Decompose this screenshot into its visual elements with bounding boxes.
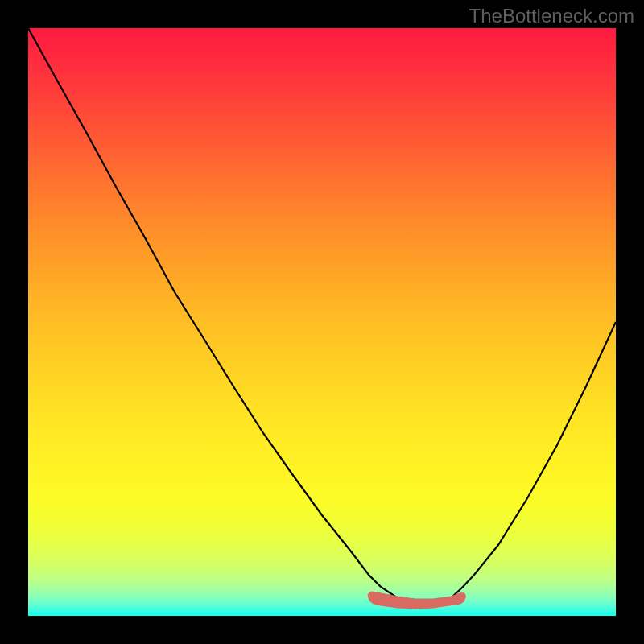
- chart-plot-area: [28, 28, 616, 616]
- optimal-band-marker: [368, 592, 465, 609]
- watermark-label: TheBottleneck.com: [469, 5, 634, 27]
- chart-svg: [28, 28, 616, 616]
- bottleneck-curve-line: [28, 28, 616, 604]
